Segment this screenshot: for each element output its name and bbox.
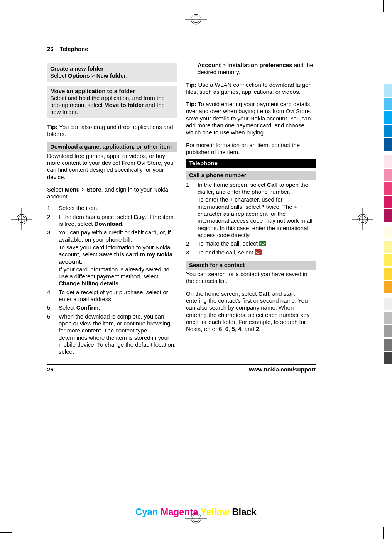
select-menu-store: Select Menu > Store, and sign in to your… — [47, 186, 177, 200]
page-number: 26 — [47, 46, 54, 52]
tip-payment: Tip: To avoid entering your payment card… — [186, 101, 316, 136]
list-item: 3You can pay with a credit or debit card… — [47, 229, 177, 288]
call-steps: 1In the home screen, select Call to open… — [186, 181, 316, 257]
page-header: 26Telephone — [47, 46, 316, 53]
create-folder-heading: Create a new folder — [50, 65, 174, 72]
end-call-icon — [255, 249, 262, 255]
registration-mark-icon — [352, 208, 373, 232]
color-bar-icon — [384, 298, 392, 366]
tip-wlan: Tip: Use a WLAN connection to download l… — [186, 81, 316, 96]
list-item: 2If the item has a price, select Buy. If… — [47, 214, 177, 229]
footer-url: www.nokia.com/support — [249, 366, 316, 373]
move-app-block: Move an application to a folder Select a… — [47, 86, 177, 118]
call-icon — [259, 241, 266, 246]
list-item: 6When the download is complete, you can … — [47, 313, 177, 356]
color-bar-icon — [384, 155, 392, 223]
telephone-heading: Telephone — [186, 159, 316, 168]
move-app-body: Select and hold the application, and fro… — [50, 95, 174, 116]
download-heading: Download a game, application, or other i… — [47, 142, 177, 151]
color-bar-icon — [384, 84, 392, 152]
list-item: 1In the home screen, select Call to open… — [186, 181, 316, 239]
search-instructions: On the home screen, select Call, and sta… — [186, 290, 316, 333]
list-item: 1Select the item. — [47, 205, 177, 212]
continuation-text: Account > Installation preferences and t… — [186, 62, 316, 76]
color-bar-icon — [384, 227, 392, 295]
more-info: For more information on an item, contact… — [186, 142, 316, 156]
list-item: 4To get a receipt of your purchase, sele… — [47, 289, 177, 304]
section-title: Telephone — [60, 46, 88, 52]
registration-mark-icon — [185, 8, 207, 32]
page-footer: 26 www.nokia.com/support — [47, 364, 316, 373]
registration-mark-icon — [11, 208, 32, 232]
create-folder-body: Select Options > New folder. — [50, 72, 174, 79]
list-item: 5Select Confirm. — [47, 304, 177, 312]
list-item: 3To end the call, select . — [186, 249, 316, 257]
footer-page-number: 26 — [47, 366, 54, 373]
list-item: 2To make the call, select . — [186, 240, 316, 248]
download-steps: 1Select the item.2If the item has a pric… — [47, 205, 177, 356]
call-heading: Call a phone number — [186, 171, 316, 180]
search-body: You can search for a contact you have sa… — [186, 271, 316, 285]
cmyk-labels: Cyan Magenta Yellow Black — [135, 507, 257, 517]
download-body: Download free games, apps, or videos, or… — [47, 153, 177, 181]
tip-drag-drop: Tip: You can also drag and drop applicat… — [47, 124, 177, 138]
move-app-heading: Move an application to a folder — [50, 88, 174, 95]
create-folder-block: Create a new folder Select Options > New… — [47, 63, 177, 82]
search-heading: Search for a contact — [186, 261, 316, 270]
